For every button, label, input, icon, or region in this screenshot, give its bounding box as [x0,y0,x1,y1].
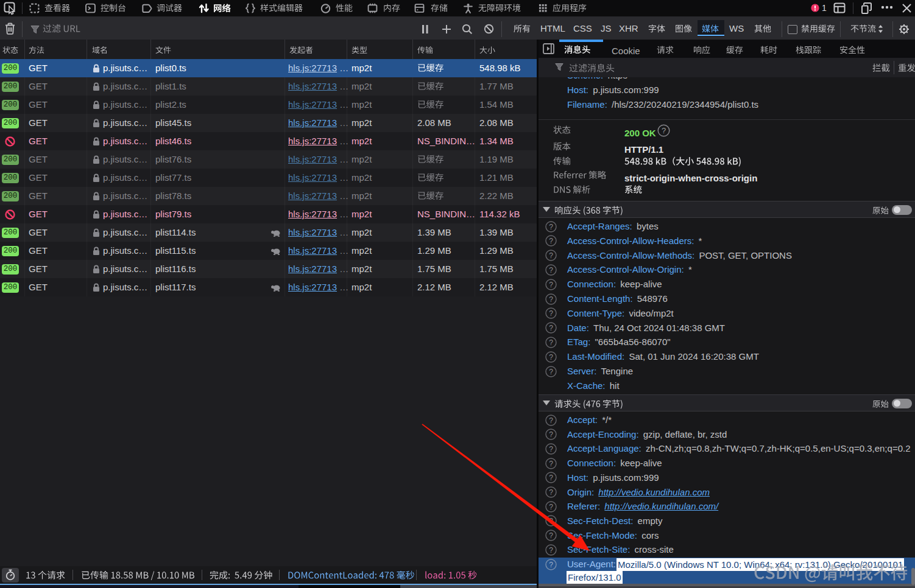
svg-text:?: ? [549,324,553,332]
svg-text:?: ? [549,560,553,569]
svg-text:?: ? [549,265,553,274]
svg-text:?: ? [662,126,666,135]
svg-text:?: ? [549,338,553,346]
svg-text:?: ? [549,309,553,318]
svg-text:?: ? [549,367,553,376]
svg-text:?: ? [549,251,553,260]
svg-text:?: ? [549,237,553,245]
svg-text:?: ? [549,280,553,289]
svg-text:?: ? [549,222,553,231]
svg-text:?: ? [549,295,553,303]
svg-text:?: ? [549,352,553,361]
